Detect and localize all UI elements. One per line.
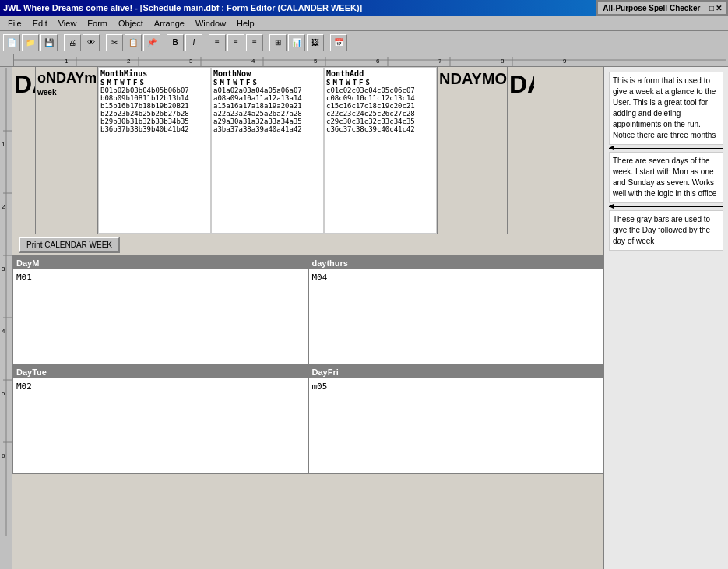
side-panel: This is a form that is used to give a we… (603, 67, 728, 569)
month-now-section: MonthNow SMTWTFS a01a02a03a04a05a06a07 a… (211, 67, 324, 234)
menu-form[interactable]: Form (83, 17, 112, 30)
toolbar-print[interactable]: 🖨 (64, 34, 81, 51)
svg-text:9: 9 (563, 58, 567, 65)
side-note-1: This is a form that is used to give a we… (609, 72, 723, 145)
toolbar-italic[interactable]: I (185, 34, 202, 51)
grid-cell-dayfri: DayFri m05 (308, 365, 604, 474)
month-now-row2: a08a09a10a11a12a13a14 (213, 94, 322, 102)
month-minus-title: MonthMinus (100, 69, 209, 78)
form-area: DA oNDAYmON week MonthMinus SMTWTFS B01b… (12, 67, 603, 569)
svg-text:3: 3 (2, 265, 5, 272)
month-now-title: MonthNow (213, 69, 322, 78)
ndaymonth-label: NDAYMONTH (437, 67, 507, 234)
toolbar-image[interactable]: 🖼 (307, 34, 324, 51)
month-add-title: MonthAdd (326, 69, 434, 78)
month-now-row1: a01a02a03a04a05a06a07 (213, 86, 322, 94)
month-minus-row6: b36b37b38b39b40b41b42 (100, 125, 209, 133)
month-minus-headers: SMTWTFS (100, 79, 209, 86)
toolbar-save[interactable]: 💾 (40, 34, 58, 51)
month-minus-row3: b15b16b17b18b19b20B21 (100, 102, 209, 110)
grid-cell-daym: DayM M01 (12, 256, 308, 365)
svg-text:5: 5 (2, 390, 5, 397)
window-title: JWL Where Dreams come alive! - [Schedule… (3, 3, 684, 12)
menu-arrange[interactable]: Arrange (149, 17, 189, 30)
menu-file[interactable]: File (3, 17, 26, 30)
month-add-row4: c22c23c24c25c26c27c28 (326, 110, 434, 118)
svg-text:4: 4 (251, 58, 255, 65)
main-container: 1 2 3 4 5 6 DA oNDAYmON week (0, 67, 728, 569)
toolbar-paste[interactable]: 📌 (143, 34, 160, 51)
toolbar-new[interactable]: 📄 (3, 34, 20, 51)
toolbar-align-center[interactable]: ≡ (227, 34, 244, 51)
month-minus-row5: b29b30b31b32b33b34b35 (100, 118, 209, 125)
toolbar-align-left[interactable]: ≡ (209, 34, 226, 51)
month-add-row6: c36c37c38c39c40c41c42 (326, 125, 434, 133)
toolbar-cut[interactable]: ✂ (106, 34, 123, 51)
svg-text:1: 1 (2, 141, 5, 148)
week-label: week (37, 88, 96, 97)
menu-bar: File Edit View Form Object Arrange Windo… (0, 16, 728, 31)
daytue-content: M02 (13, 378, 308, 395)
daym-header: DayM (13, 257, 308, 269)
month-add-headers: SMTWTFS (326, 79, 434, 86)
day-grid: DayM M01 daythurs M04 DayTue (12, 256, 603, 474)
month-add-row3: c15c16c17c18c19c20c21 (326, 102, 434, 110)
spell-close[interactable]: ✕ (716, 4, 722, 12)
spell-minimize[interactable]: _ (703, 4, 708, 12)
ruler-svg: 1 2 3 4 5 6 7 8 9 (14, 54, 726, 66)
toolbar-open[interactable]: 📁 (22, 34, 39, 51)
toolbar-copy[interactable]: 📋 (125, 34, 142, 51)
left-ruler-svg: 1 2 3 4 5 6 (0, 68, 12, 536)
month-now-row4: a22a23a24a25a26a27a28 (213, 110, 322, 118)
side-note-2: There are seven days of the week. I star… (609, 152, 723, 203)
toolbar-preview[interactable]: 👁 (83, 34, 100, 51)
month-now-row3: a15a16a17a18a19a20a21 (213, 102, 322, 110)
daym-content: M01 (13, 269, 308, 286)
svg-text:6: 6 (376, 58, 380, 65)
svg-text:2: 2 (127, 58, 131, 65)
menu-window[interactable]: Window (191, 17, 230, 30)
svg-text:8: 8 (501, 58, 505, 65)
menu-edit[interactable]: Edit (28, 17, 52, 30)
menu-object[interactable]: Object (114, 17, 148, 30)
month-minus-row4: b22b23b24b25b26b27b28 (100, 110, 209, 118)
day-label-right: DA (507, 67, 534, 234)
svg-text:3: 3 (189, 58, 193, 65)
menu-view[interactable]: View (54, 17, 82, 30)
print-button-row: Print CALENDAR WEEK (12, 234, 603, 256)
spell-maximize[interactable]: □ (709, 4, 714, 12)
grid-cell-daytue: DayTue M02 (12, 365, 308, 474)
month-add-row1: c01c02c03c04c05c06c07 (326, 86, 434, 94)
arrow-indicator-1 (609, 148, 723, 149)
month-minus-row1: B01b02b03b04b05b06b07 (100, 86, 209, 94)
toolbar-chart[interactable]: 📊 (288, 34, 305, 51)
toolbar-align-right[interactable]: ≡ (246, 34, 263, 51)
ruler: 1 2 3 4 5 6 7 8 9 (0, 54, 728, 67)
month-now-row6: a3ba37a38a39a40a41a42 (213, 125, 322, 133)
arrow-indicator-2 (609, 206, 723, 207)
sunday-monday-label: oNDAYmON week (36, 67, 98, 234)
print-calendar-button[interactable]: Print CALENDAR WEEK (19, 237, 120, 253)
toolbar-bold[interactable]: B (167, 34, 184, 51)
svg-text:1: 1 (65, 58, 69, 65)
grid-cell-daythurs: daythurs M04 (308, 256, 604, 365)
dayfri-header: DayFri (309, 366, 603, 378)
daythurs-header: daythurs (309, 257, 603, 269)
toolbar-table[interactable]: ⊞ (269, 34, 287, 51)
month-add-row2: c08c09c10c11c12c13c14 (326, 94, 434, 102)
month-minus-row2: b08b09b10B11b12b13b14 (100, 94, 209, 102)
dayfri-content: m05 (309, 378, 603, 395)
menu-help[interactable]: Help (232, 17, 259, 30)
day-label-left: DA (12, 67, 36, 234)
month-add-section: MonthAdd SMTWTFS c01c02c03c04c05c06c07 c… (324, 67, 437, 234)
toolbar-calendar[interactable]: 📅 (330, 34, 347, 51)
left-ruler: 1 2 3 4 5 6 (0, 67, 12, 569)
spell-checker-bar: All-Purpose Spell Checker _ □ ✕ (596, 0, 728, 16)
svg-text:4: 4 (2, 328, 5, 335)
svg-text:5: 5 (314, 58, 318, 65)
month-now-headers: SMTWTFS (213, 79, 322, 86)
toolbar: 📄 📁 💾 🖨 👁 ✂ 📋 📌 B I ≡ ≡ ≡ ⊞ 📊 🖼 📅 (0, 31, 728, 54)
svg-rect-0 (14, 54, 726, 66)
side-note-3: These gray bars are used to give the Day… (609, 210, 723, 251)
svg-text:6: 6 (2, 452, 5, 459)
